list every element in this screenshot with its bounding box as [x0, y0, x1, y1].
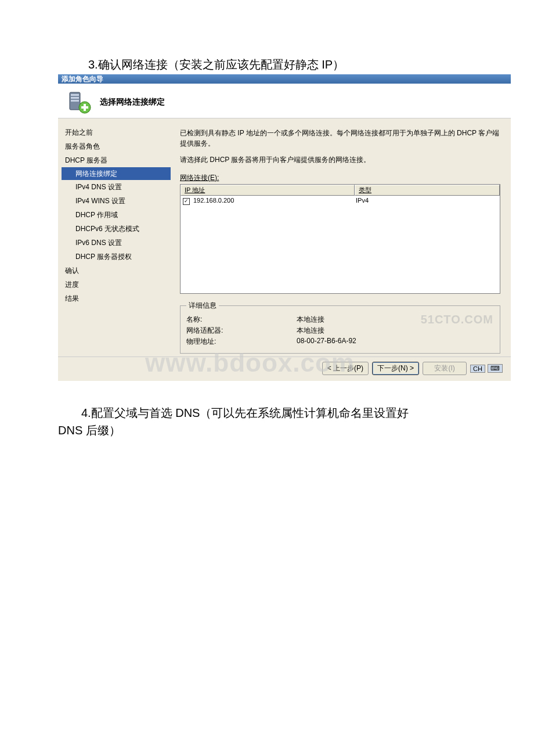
detail-adapter-value: 本地连接	[297, 326, 494, 336]
sidebar-item-dhcpv6[interactable]: DHCPv6 无状态模式	[58, 222, 174, 236]
sidebar-item-dhcp-auth[interactable]: DHCP 服务器授权	[58, 250, 174, 264]
step4-text: 4.配置父域与首选 DNS（可以先在系统属性计算机命名里设置好 DNS 后缀）	[0, 381, 534, 439]
row-checkbox[interactable]: ✓	[183, 197, 193, 205]
wizard-header: 选择网络连接绑定	[58, 84, 511, 118]
wizard-window: 添加角色向导 选择网络连接绑定 开始之前 服务器角色 DHCP 服务器 网络连接…	[58, 74, 511, 381]
detail-adapter-label: 网络适配器:	[186, 326, 297, 336]
row-ip-value: 192.168.0.200	[193, 197, 356, 205]
sidebar-item-dhcp[interactable]: DHCP 服务器	[58, 153, 174, 167]
sidebar-item-confirm[interactable]: 确认	[58, 264, 174, 278]
wizard-main: 已检测到具有静态 IP 地址的一个或多个网络连接。每个网络连接都可用于为单独子网…	[174, 118, 511, 357]
detail-row-mac: 物理地址: 08-00-27-B6-6A-92	[186, 336, 494, 347]
sidebar-item-before[interactable]: 开始之前	[58, 125, 174, 139]
main-description-2: 请选择此 DHCP 服务器将用于向客户端提供服务的网络连接。	[180, 154, 500, 165]
svg-rect-2	[71, 97, 79, 99]
language-chip[interactable]: CH	[470, 365, 485, 373]
wizard-sidebar: 开始之前 服务器角色 DHCP 服务器 网络连接绑定 IPv4 DNS 设置 I…	[58, 118, 174, 357]
main-description-1: 已检测到具有静态 IP 地址的一个或多个网络连接。每个网络连接都可用于为单独子网…	[180, 128, 500, 149]
detail-row-adapter: 网络适配器: 本地连接	[186, 325, 494, 336]
next-button[interactable]: 下一步(N) >	[372, 362, 419, 375]
ime-icon[interactable]: ⌨	[488, 364, 503, 373]
svg-rect-6	[81, 106, 88, 109]
sidebar-item-roles[interactable]: 服务器角色	[58, 139, 174, 153]
table-body: ✓ 192.168.0.200 IPv4	[181, 196, 500, 293]
svg-rect-3	[71, 100, 79, 102]
row-type-value: IPv4	[356, 197, 497, 205]
detail-name-label: 名称:	[186, 315, 297, 325]
wizard-titlebar: 添加角色向导	[58, 74, 511, 84]
column-type[interactable]: 类型	[355, 185, 500, 196]
column-ip-address[interactable]: IP 地址	[181, 185, 355, 196]
table-header: IP 地址 类型	[181, 185, 500, 196]
language-indicator[interactable]: CH ⌨	[470, 362, 503, 375]
watermark-51cto: 51CTO.COM	[421, 313, 493, 326]
svg-rect-1	[71, 94, 79, 96]
network-connections-table: IP 地址 类型 ✓ 192.168.0.200 IPv4	[180, 184, 500, 294]
check-icon: ✓	[183, 198, 190, 205]
details-group: 详细信息 名称: 本地连接 网络适配器: 本地连接 物理地址: 08-00-27…	[180, 301, 500, 354]
network-connections-label: 网络连接(E):	[180, 173, 219, 183]
wizard-heading: 选择网络连接绑定	[100, 97, 165, 107]
watermark-bdoox: WWW.bdoox.com	[145, 348, 355, 377]
sidebar-item-ipv6-dns[interactable]: IPv6 DNS 设置	[58, 236, 174, 250]
detail-mac-label: 物理地址:	[186, 337, 297, 347]
install-button: 安装(I)	[423, 362, 467, 375]
sidebar-item-network-binding[interactable]: 网络连接绑定	[62, 167, 171, 180]
sidebar-item-ipv4-dns[interactable]: IPv4 DNS 设置	[58, 180, 174, 194]
sidebar-item-ipv4-wins[interactable]: IPv4 WINS 设置	[58, 194, 174, 208]
sidebar-item-progress[interactable]: 进度	[58, 278, 174, 291]
wizard-body: 开始之前 服务器角色 DHCP 服务器 网络连接绑定 IPv4 DNS 设置 I…	[58, 118, 511, 357]
sidebar-item-dhcp-scope[interactable]: DHCP 作用域	[58, 208, 174, 222]
step3-text: 3.确认网络连接（安装之前应该先配置好静态 IP）	[0, 0, 534, 73]
detail-mac-value: 08-00-27-B6-6A-92	[297, 337, 494, 347]
table-row[interactable]: ✓ 192.168.0.200 IPv4	[181, 196, 500, 206]
server-add-icon	[67, 90, 92, 114]
details-legend: 详细信息	[186, 301, 219, 311]
sidebar-item-result[interactable]: 结果	[58, 291, 174, 305]
